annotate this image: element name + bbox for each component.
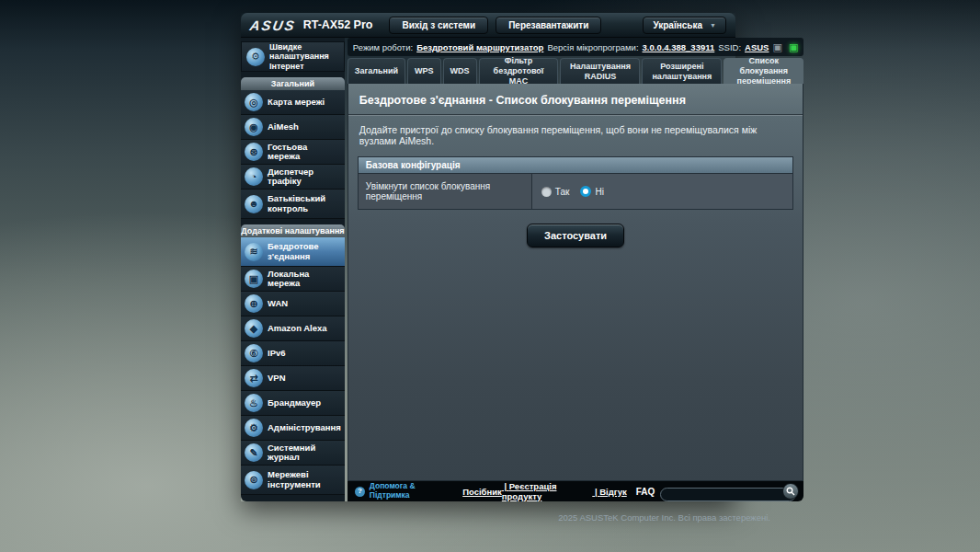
sidebar-item-administration[interactable]: ⚙ Адміністрування — [241, 416, 345, 441]
sidebar-item-label: Адміністрування — [268, 423, 341, 432]
faq-search: FAQ — [636, 485, 797, 499]
tab-radius-settings[interactable]: Налаштування RADIUS — [560, 58, 640, 84]
operation-mode-link[interactable]: Бездротовий маршрутизатор — [416, 42, 543, 52]
tab-wds[interactable]: WDS — [443, 58, 477, 84]
sidebar-item-lan[interactable]: ▣ Локальна мережа — [241, 267, 345, 292]
sidebar-item-label: Карта мережі — [268, 98, 325, 107]
sidebar-item-firewall[interactable]: ♨ Брандмауер — [241, 391, 345, 416]
radio-option-yes[interactable]: Так — [541, 187, 570, 197]
basic-config-table: Базова конфігурація Увімкнути список бло… — [358, 156, 793, 210]
firmware-version-link[interactable]: 3.0.0.4.388_33911 — [643, 42, 715, 52]
chevron-down-icon: ▼ — [710, 22, 716, 29]
router-model: RT-AX52 Pro — [303, 18, 373, 31]
ipv6-icon: ⑥ — [245, 344, 263, 362]
tab-wireless-mac-filter[interactable]: Фільтр бездротової MAC — [479, 58, 559, 84]
manual-link[interactable]: Посібник — [462, 487, 502, 497]
sidebar-item-label: Бездротове з'єднання — [268, 242, 341, 261]
tab-roaming-block-list[interactable]: Список блокування переміщення — [724, 58, 803, 84]
page-description: Додайте пристрої до списку блокування пе… — [348, 115, 803, 156]
sidebar-item-aimesh[interactable]: ◉ AiMesh — [241, 115, 345, 140]
wireless-icon: ≋ — [245, 243, 263, 261]
enable-block-list-value: Так Ні — [532, 174, 792, 209]
sidebar-item-label: Диспетчер трафіку — [268, 167, 341, 187]
tab-wps[interactable]: WPS — [407, 58, 441, 84]
sidebar-item-system-log[interactable]: ✎ Системний журнал — [241, 441, 345, 466]
ssid-link[interactable]: ASUS — [745, 42, 769, 52]
tab-advanced-settings[interactable]: Розширені налаштування — [642, 58, 722, 84]
sidebar-item-network-map[interactable]: ◎ Карта мережі — [241, 90, 345, 115]
help-icon: ? — [355, 487, 365, 497]
search-button[interactable] — [782, 483, 799, 500]
sidebar-item-label: Мережеві інструменти — [268, 470, 341, 489]
feedback-link[interactable]: Відгук — [592, 487, 626, 497]
internet-status-icon[interactable]: ▣ — [789, 41, 798, 53]
sidebar-item-label: Батьківський контроль — [268, 194, 341, 213]
sidebar: ⚙ Швидке налаштування Інтернет Загальний… — [241, 38, 345, 501]
enable-block-list-label: Увімкнути список блокування переміщення — [359, 174, 532, 209]
sidebar-item-network-tools[interactable]: ⊚ Мережеві інструменти — [241, 466, 345, 495]
panel-empty-area — [348, 261, 803, 480]
sidebar-item-label: WAN — [268, 299, 288, 308]
language-selector[interactable]: Українська ▼ — [643, 17, 726, 34]
traffic-manager-icon: ◔ — [245, 167, 263, 186]
page-title: Бездротове з'єднання - Список блокування… — [348, 84, 803, 115]
operation-mode-label: Режим роботи: — [353, 42, 413, 52]
apply-row: Застосувати — [348, 224, 803, 247]
aimesh-icon: ◉ — [245, 118, 263, 136]
tab-bar: Загальний WPS WDS Фільтр бездротової MAC… — [348, 58, 803, 84]
sidebar-item-quick-internet-setup[interactable]: ⚙ Швидке налаштування Інтернет — [241, 41, 345, 72]
reboot-button[interactable]: Перезавантажити — [496, 17, 601, 34]
logout-button[interactable]: Вихід з системи — [389, 17, 488, 34]
vpn-icon: ⇄ — [245, 369, 263, 387]
administration-icon: ⚙ — [245, 419, 263, 437]
sidebar-item-label: Локальна мережа — [268, 270, 341, 289]
sidebar-item-vpn[interactable]: ⇄ VPN — [241, 366, 345, 391]
status-bar: Режим роботи: Бездротовий маршрутизатор … — [348, 38, 803, 56]
parental-controls-icon: ☻ — [245, 195, 263, 213]
clients-icon[interactable]: ▣ — [772, 41, 781, 53]
sidebar-item-label: VPN — [268, 374, 286, 383]
top-bar: ASUS RT-AX52 Pro Вихід з системи Перезав… — [241, 13, 735, 38]
tab-general[interactable]: Загальний — [348, 58, 405, 84]
content-panel: Бездротове з'єднання - Список блокування… — [348, 84, 803, 481]
guest-network-icon: ⊛ — [245, 143, 263, 161]
wan-icon: ⊕ — [245, 294, 263, 313]
section-title: Загальний — [241, 77, 345, 90]
sidebar-item-label: Брандмауер — [268, 398, 321, 408]
sidebar-item-guest-network[interactable]: ⊛ Гостьова мережа — [241, 140, 345, 165]
sidebar-section-general: Загальний ◎ Карта мережі ◉ AiMesh ⊛ Гост… — [241, 77, 345, 219]
amazon-alexa-icon: ◆ — [245, 319, 263, 338]
faq-search-input[interactable] — [660, 488, 796, 501]
language-label: Українська — [653, 20, 702, 30]
sidebar-item-ipv6[interactable]: ⑥ IPv6 — [241, 341, 345, 366]
radio-yes-icon[interactable] — [541, 187, 552, 197]
sidebar-item-amazon-alexa[interactable]: ◆ Amazon Alexa — [241, 316, 345, 341]
footer-bar: ? Допомога & Підтримка Посібник Реєстрац… — [348, 481, 803, 501]
product-registration-link[interactable]: Реєстрація продукту — [502, 481, 592, 501]
sidebar-item-parental-controls[interactable]: ☻ Батьківський контроль — [241, 190, 345, 219]
app-body: ⚙ Швидке налаштування Інтернет Загальний… — [241, 38, 735, 501]
sidebar-item-wan[interactable]: ⊕ WAN — [241, 292, 345, 316]
sidebar-item-traffic-manager[interactable]: ◔ Диспетчер трафіку — [241, 165, 345, 190]
firmware-label: Версія мікропрограми: — [547, 42, 638, 52]
sidebar-section-advanced: Додаткові налаштування ≋ Бездротове з'єд… — [241, 224, 345, 495]
sidebar-item-label: Швидке налаштування Інтернет — [269, 42, 339, 71]
quick-setup-icon: ⚙ — [246, 48, 265, 66]
table-section-header: Базова конфігурація — [359, 157, 792, 174]
lan-icon: ▣ — [245, 270, 263, 288]
router-admin-app: ASUS RT-AX52 Pro Вихід з системи Перезав… — [241, 13, 735, 501]
table-row: Увімкнути список блокування переміщення … — [359, 174, 792, 209]
radio-no-label: Ні — [595, 187, 603, 197]
sidebar-item-label: Amazon Alexa — [268, 324, 327, 333]
system-log-icon: ✎ — [245, 443, 263, 462]
sidebar-item-wireless[interactable]: ≋ Бездротове з'єднання — [241, 237, 345, 267]
faq-label: FAQ — [636, 487, 655, 497]
copyright-text: 2025 ASUSTeK Computer Inc. Всі права зас… — [241, 512, 770, 523]
sidebar-item-label: Гостьова мережа — [268, 143, 341, 162]
radio-option-no[interactable]: Ні — [580, 186, 603, 197]
apply-button[interactable]: Застосувати — [527, 224, 624, 247]
help-support-link[interactable]: ? Допомога & Підтримка — [355, 482, 453, 500]
radio-no-icon[interactable] — [580, 186, 591, 197]
firewall-icon: ♨ — [245, 394, 263, 412]
sidebar-item-label: IPv6 — [268, 349, 286, 358]
